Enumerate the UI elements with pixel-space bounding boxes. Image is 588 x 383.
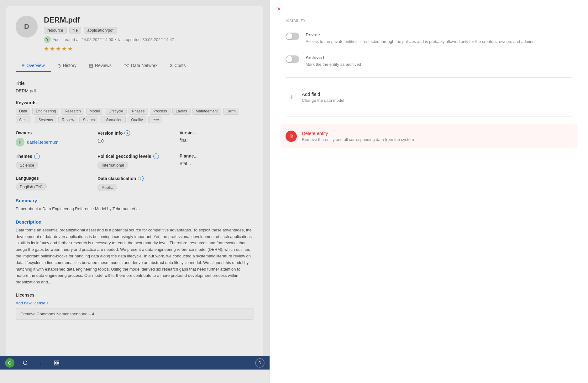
costs-icon: $ (170, 63, 173, 68)
divider-2 (286, 116, 572, 117)
owner-link[interactable]: D daniel.tebernum (16, 138, 90, 147)
delete-info: Delete entity Remove the entity and all … (302, 131, 572, 142)
tab-history-label: History (63, 63, 77, 68)
delete-icon: 🗑 (286, 131, 297, 142)
kw-11: Systems (35, 116, 56, 123)
summary-label: Summary (16, 198, 254, 203)
svg-rect-5 (57, 361, 59, 362)
kw-1: Engineering (32, 108, 59, 115)
license-item: Creative Commons Namensnennung – 4.... (16, 308, 254, 320)
file-header: D DERM.pdf resource file application/pdf… (16, 16, 254, 52)
file-icon: D (16, 16, 38, 38)
dot-separator: • (115, 37, 117, 42)
tab-history[interactable]: ◷ History (51, 60, 83, 72)
taskbar-home-btn[interactable]: G (5, 358, 14, 368)
delete-desc: Remove the entity and all corresponding … (302, 137, 572, 142)
private-toggle-row: Private Access to the private entities i… (286, 32, 572, 45)
overview-icon: ≡ (22, 63, 24, 68)
close-button[interactable]: ✕ (275, 5, 282, 13)
star-5: ★ (68, 45, 73, 52)
svg-line-1 (26, 364, 27, 365)
section-languages: Languages English (EN) (16, 176, 90, 191)
tab-costs[interactable]: $ Costs (164, 60, 192, 72)
owner-avatar: D (16, 138, 24, 147)
kw-4: Lifecycle (105, 108, 127, 115)
private-track[interactable] (286, 33, 299, 40)
kw-0: Data (16, 108, 30, 115)
main-content: D DERM.pdf resource file application/pdf… (0, 0, 270, 370)
tab-data-network-label: Data Network (131, 63, 158, 68)
archived-title: Archived (306, 55, 572, 60)
network-icon: ⌥ (124, 63, 129, 68)
created-date: 24.05.2022 14:00 (81, 37, 113, 42)
description-text: Data forms an essential organizational a… (16, 227, 254, 286)
keywords-list: Data Engineering Research Model Lifecycl… (16, 108, 254, 123)
add-field-row[interactable]: + Add field Change the data model (286, 85, 572, 109)
themes-label: Themes i (16, 153, 90, 159)
data-class-list: Public (97, 184, 172, 191)
delete-entity-row[interactable]: 🗑 Delete entity Remove the entity and al… (281, 124, 577, 148)
section-keywords: Keywords Data Engineering Research Model… (16, 100, 254, 123)
section-description: Description Data forms an essential orga… (16, 219, 254, 286)
version-value: 1.0 (97, 138, 172, 143)
tab-reviews[interactable]: ▤ Reviews (83, 60, 118, 72)
file-info: DERM.pdf resource file application/pdf Y… (44, 16, 254, 52)
section-planned: Planne... Stat... (180, 153, 254, 169)
taskbar: G D (0, 356, 270, 370)
tab-overview-label: Overview (26, 63, 45, 68)
file-title: DERM.pdf (44, 16, 254, 24)
tab-data-network[interactable]: ⌥ Data Network (118, 60, 164, 72)
tag-type: application/pdf (84, 27, 117, 34)
geo-label: Political geocoding levels i (97, 153, 172, 159)
panel-content: Visibility Private Access to the private… (270, 0, 588, 161)
grid-icon (54, 360, 60, 366)
themes-info-icon[interactable]: i (34, 153, 40, 159)
archived-track[interactable] (286, 55, 299, 63)
geo-info-icon[interactable]: i (153, 153, 159, 159)
section-owners: Owners D daniel.tebernum (16, 130, 90, 147)
version-info-icon[interactable]: i (124, 130, 130, 136)
taskbar-grid-btn[interactable] (52, 358, 61, 368)
star-2: ★ (50, 45, 55, 52)
svg-rect-7 (57, 363, 59, 365)
keywords-label: Keywords (16, 100, 254, 105)
languages-label: Languages (16, 176, 90, 181)
version-status-label: Versic... (180, 130, 254, 135)
private-toggle[interactable] (286, 33, 299, 40)
planned-label: Planne... (180, 153, 254, 158)
kw-14: Information (100, 116, 126, 123)
tag-file: file (69, 27, 81, 34)
version-info-label: Version Info i (97, 130, 172, 136)
taskbar-search-btn[interactable] (21, 358, 30, 368)
taskbar-avatar[interactable]: D (255, 358, 265, 368)
private-title: Private (306, 32, 572, 37)
version-status-value: final (180, 138, 254, 143)
add-field-desc: Change the data model (302, 98, 572, 103)
right-panel: ✕ Visibility Private Access to the priva… (270, 0, 588, 383)
class-public: Public (97, 184, 117, 191)
star-3: ★ (56, 45, 61, 52)
section-data-class: Data classification i Public (97, 176, 172, 191)
data-class-info-icon[interactable]: i (138, 176, 144, 181)
creator-link[interactable]: You (53, 37, 60, 42)
updated-date: 30.05.2022 14:47 (142, 37, 174, 42)
kw-9: Derm (223, 108, 239, 115)
star-rating: ★ ★ ★ ★ ★ (44, 45, 254, 52)
kw-16: Ieee (148, 116, 162, 123)
section-summary: Summary Paper about a Data Engineering R… (16, 198, 254, 212)
add-field-icon: + (286, 91, 297, 103)
description-label: Description (16, 219, 254, 225)
section-version-status: Versic... final (180, 130, 254, 147)
add-field-title: Add field (302, 91, 572, 97)
private-knob (286, 33, 292, 39)
archived-toggle[interactable] (286, 55, 299, 63)
reviews-icon: ▤ (89, 63, 93, 68)
add-license-link[interactable]: Add new license + (16, 301, 49, 305)
kw-3: Model (86, 108, 103, 115)
svg-rect-4 (55, 361, 56, 362)
languages-list: English (EN) (16, 183, 90, 190)
tab-overview[interactable]: ≡ Overview (16, 60, 51, 72)
taskbar-add-btn[interactable] (36, 358, 46, 368)
delete-title: Delete entity (302, 131, 572, 136)
section-licenses: Licenses Add new license + Creative Comm… (16, 292, 254, 320)
